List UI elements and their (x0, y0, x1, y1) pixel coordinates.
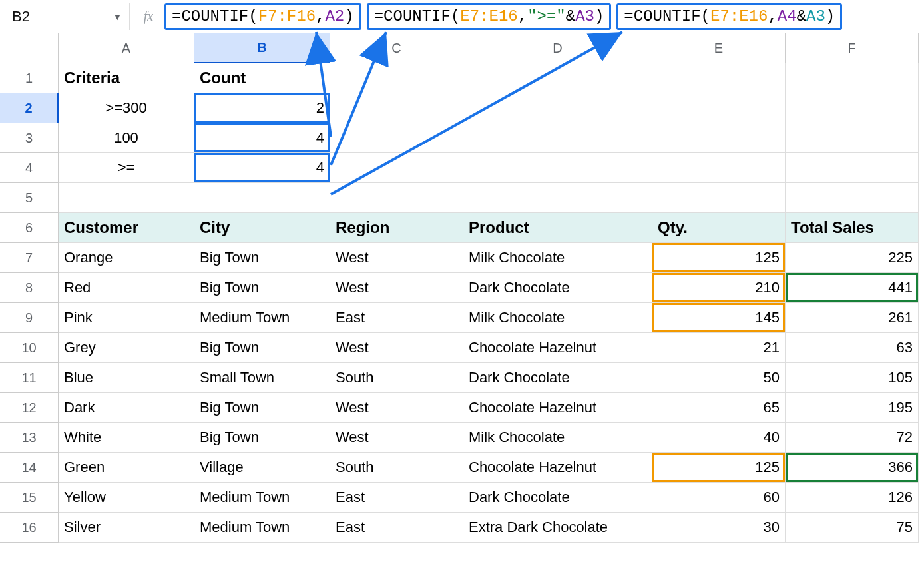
cell-E10[interactable]: 21 (652, 333, 786, 363)
cell-A3[interactable]: 100 (59, 123, 194, 153)
cell-F9[interactable]: 261 (786, 303, 919, 333)
cell-D12[interactable]: Chocolate Hazelnut (463, 393, 652, 423)
col-head-D[interactable]: D (463, 33, 652, 63)
cell-E13[interactable]: 40 (652, 423, 786, 453)
col-head-F[interactable]: F (786, 33, 919, 63)
cell-C16[interactable]: East (330, 513, 463, 543)
cell-B8[interactable]: Big Town (194, 273, 330, 303)
cell[interactable] (330, 183, 463, 213)
cell-A8[interactable]: Red (59, 273, 194, 303)
cell-A11[interactable]: Blue (59, 363, 194, 393)
cell-D11[interactable]: Dark Chocolate (463, 363, 652, 393)
cell[interactable] (652, 183, 786, 213)
cell-B3[interactable]: 4 (194, 123, 330, 153)
row-head-16[interactable]: 16 (0, 513, 59, 543)
cell-D10[interactable]: Chocolate Hazelnut (463, 333, 652, 363)
col-head-E[interactable]: E (652, 33, 786, 63)
cell-B12[interactable]: Big Town (194, 393, 330, 423)
cell[interactable] (194, 183, 330, 213)
cell-F14[interactable]: 366 (786, 453, 919, 483)
cell-A16[interactable]: Silver (59, 513, 194, 543)
cell-A14[interactable]: Green (59, 453, 194, 483)
cell[interactable] (786, 123, 919, 153)
cell-F13[interactable]: 72 (786, 423, 919, 453)
row-head-1[interactable]: 1 (0, 63, 59, 93)
select-all[interactable] (0, 33, 59, 63)
cell[interactable] (330, 63, 463, 93)
cell[interactable] (786, 93, 919, 123)
cell-C15[interactable]: East (330, 483, 463, 513)
cell-D7[interactable]: Milk Chocolate (463, 243, 652, 273)
cell-A12[interactable]: Dark (59, 393, 194, 423)
cell-B11[interactable]: Small Town (194, 363, 330, 393)
cell-B1[interactable]: Count (194, 63, 330, 93)
col-head-B[interactable]: B (194, 33, 330, 63)
cell-B2[interactable]: 2 (194, 93, 330, 123)
cell-B9[interactable]: Medium Town (194, 303, 330, 333)
cell-C7[interactable]: West (330, 243, 463, 273)
cell-D14[interactable]: Chocolate Hazelnut (463, 453, 652, 483)
cell-B4[interactable]: 4 (194, 153, 330, 183)
cell-C13[interactable]: West (330, 423, 463, 453)
cell-D16[interactable]: Extra Dark Chocolate (463, 513, 652, 543)
cell-E9[interactable]: 145 (652, 303, 786, 333)
cell-D13[interactable]: Milk Chocolate (463, 423, 652, 453)
cell-A2[interactable]: >=300 (59, 93, 194, 123)
cell-C14[interactable]: South (330, 453, 463, 483)
cell-B13[interactable]: Big Town (194, 423, 330, 453)
col-head-A[interactable]: A (59, 33, 194, 63)
cell-E7[interactable]: 125 (652, 243, 786, 273)
row-head-6[interactable]: 6 (0, 213, 59, 243)
row-head-9[interactable]: 9 (0, 303, 59, 333)
cell-C11[interactable]: South (330, 363, 463, 393)
cell-A15[interactable]: Yellow (59, 483, 194, 513)
cell-B10[interactable]: Big Town (194, 333, 330, 363)
cell-F11[interactable]: 105 (786, 363, 919, 393)
cell-E15[interactable]: 60 (652, 483, 786, 513)
cell[interactable] (463, 93, 652, 123)
cell-E12[interactable]: 65 (652, 393, 786, 423)
cell-F15[interactable]: 126 (786, 483, 919, 513)
cell[interactable] (463, 153, 652, 183)
cell-B15[interactable]: Medium Town (194, 483, 330, 513)
cell-A9[interactable]: Pink (59, 303, 194, 333)
cell-C8[interactable]: West (330, 273, 463, 303)
cell-A10[interactable]: Grey (59, 333, 194, 363)
cell-F16[interactable]: 75 (786, 513, 919, 543)
cell-E14[interactable]: 125 (652, 453, 786, 483)
cell[interactable] (330, 123, 463, 153)
row-head-7[interactable]: 7 (0, 243, 59, 273)
col-head-C[interactable]: C (330, 33, 463, 63)
cell[interactable] (652, 63, 786, 93)
cell-E6[interactable]: Qty. (652, 213, 786, 243)
name-box-dropdown[interactable]: ▼ (106, 3, 130, 30)
cell-C12[interactable]: West (330, 393, 463, 423)
cell-E11[interactable]: 50 (652, 363, 786, 393)
cell-A4[interactable]: >= (59, 153, 194, 183)
cell-D9[interactable]: Milk Chocolate (463, 303, 652, 333)
cell-D6[interactable]: Product (463, 213, 652, 243)
cell-F6[interactable]: Total Sales (786, 213, 919, 243)
cell-F8[interactable]: 441 (786, 273, 919, 303)
cell[interactable] (330, 93, 463, 123)
row-head-11[interactable]: 11 (0, 363, 59, 393)
cell-A1[interactable]: Criteria (59, 63, 194, 93)
cell-A7[interactable]: Orange (59, 243, 194, 273)
cell-D15[interactable]: Dark Chocolate (463, 483, 652, 513)
row-head-3[interactable]: 3 (0, 123, 59, 153)
row-head-10[interactable]: 10 (0, 333, 59, 363)
cell[interactable] (652, 153, 786, 183)
cell-F12[interactable]: 195 (786, 393, 919, 423)
cell[interactable] (786, 63, 919, 93)
cell-E8[interactable]: 210 (652, 273, 786, 303)
cell[interactable] (786, 183, 919, 213)
cell[interactable] (786, 153, 919, 183)
cell-F10[interactable]: 63 (786, 333, 919, 363)
cell-A6[interactable]: Customer (59, 213, 194, 243)
cell[interactable] (463, 183, 652, 213)
row-head-13[interactable]: 13 (0, 423, 59, 453)
cell[interactable] (59, 183, 194, 213)
cell-B14[interactable]: Village (194, 453, 330, 483)
cell-C9[interactable]: East (330, 303, 463, 333)
cell-D8[interactable]: Dark Chocolate (463, 273, 652, 303)
